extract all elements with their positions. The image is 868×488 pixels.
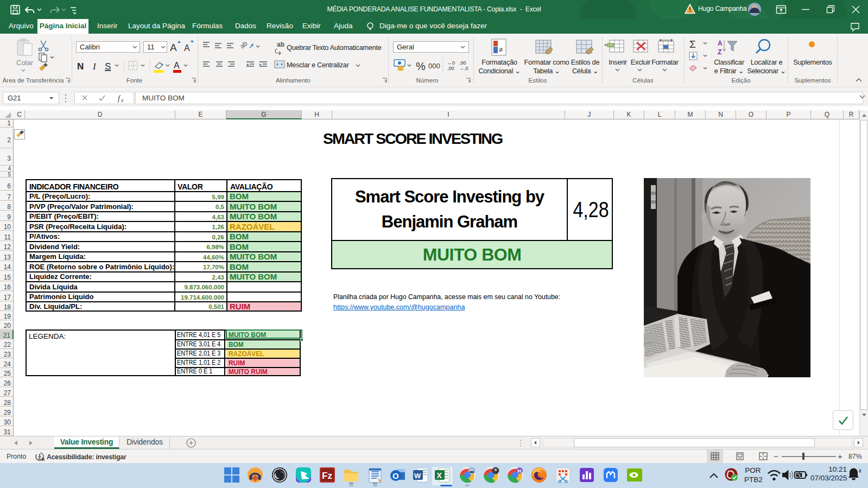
svg-text:A: A: [170, 42, 177, 53]
svg-text:Σ: Σ: [689, 39, 696, 50]
svg-text:A: A: [184, 43, 190, 53]
svg-text:N: N: [77, 61, 84, 72]
svg-text:W: W: [414, 472, 421, 480]
svg-text:H: H: [518, 468, 522, 474]
svg-text:Colar: Colar: [16, 59, 34, 67]
svg-text:Fz: Fz: [322, 471, 332, 481]
svg-text:ab: ab: [277, 41, 284, 48]
svg-text:I: I: [92, 61, 97, 72]
svg-text:,00: ,00: [459, 60, 466, 66]
svg-text:←0: ←0: [447, 60, 455, 66]
svg-text:≠: ≠: [499, 46, 503, 54]
svg-text:S: S: [105, 61, 111, 72]
svg-text:A: A: [718, 40, 723, 47]
svg-text:X: X: [437, 471, 442, 480]
svg-text:O: O: [392, 471, 399, 480]
svg-text:ab: ab: [238, 40, 249, 50]
svg-text:,00: ,00: [447, 66, 454, 71]
svg-text:→,0: →,0: [459, 66, 468, 71]
svg-text:Z: Z: [718, 48, 721, 56]
svg-text:000: 000: [428, 62, 440, 70]
svg-text:z: z: [859, 468, 861, 473]
svg-text:x: x: [121, 97, 124, 103]
svg-text:%: %: [416, 60, 426, 72]
svg-text:A: A: [174, 61, 180, 70]
